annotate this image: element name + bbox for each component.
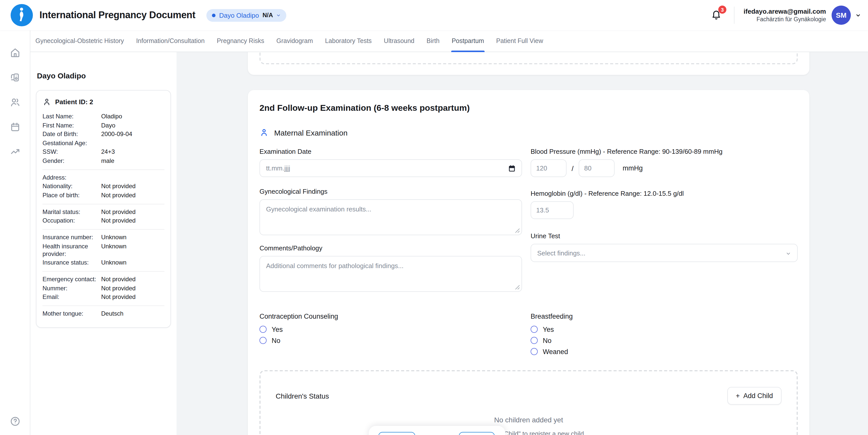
comments-textarea[interactable]: Additional comments for pathological fin… [259,256,522,292]
radio-label: Yes [543,325,554,333]
subsection-title: Maternal Examination [274,128,347,137]
info-label: Occupation: [42,217,101,225]
patient-info-row: Date of Birth:2000-09-04 [42,130,164,138]
patient-info-row: Email:Not provided [42,293,164,301]
chevron-down-icon [276,13,280,18]
tab-birth[interactable]: Birth [427,30,440,52]
patient-status-dot [212,13,215,17]
tab-gravidogram[interactable]: Gravidogram [276,30,313,52]
user-menu-chevron-down-icon[interactable] [855,12,861,18]
tab-information-consultation[interactable]: Information/Consultation [136,30,205,52]
info-label: Emergency contact: [42,276,101,283]
info-value: Dayo [101,122,164,129]
examination-date-input[interactable]: tt.mm.jjjj [259,159,522,177]
patient-info-row: Occupation:Not provided [42,217,164,225]
avatar[interactable]: SM [832,6,851,25]
notifications-button[interactable]: 3 [711,9,723,21]
user-info: ifedayo.arewa@gmail.com Fachärztin für G… [744,8,826,23]
info-label: Address: [42,174,101,181]
chevron-down-icon [785,251,791,256]
patient-info-row: Nationality:Not provided [42,183,164,190]
radio-label: Yes [272,325,283,333]
app-logo-icon [11,4,33,26]
resize-handle-icon[interactable] [515,285,520,290]
info-label: Insurance number: [42,234,101,241]
calendar-icon[interactable] [508,164,516,173]
contraception-options: YesNo [259,324,522,346]
patient-selector[interactable]: Dayo Oladipo N/A [206,9,286,22]
patient-info-row: Nummer:Not provided [42,284,164,292]
patient-info-row: Address: [42,174,164,181]
children-status-section: Children's Status + Add Child No childre… [259,370,798,435]
patient-info-row: Emergency contact:Not provided [42,276,164,283]
radio-icon[interactable] [531,337,538,344]
info-label: Marital status: [42,208,101,216]
patient-selector-status: N/A [262,12,273,19]
info-value: Unknown [101,234,164,241]
info-value: Not provided [101,183,164,190]
devices-icon[interactable] [9,72,21,83]
add-child-button[interactable]: + Add Child [727,387,781,405]
followup-exam-card: 2nd Follow-up Examination (6-8 weeks pos… [248,90,809,435]
calendar-icon[interactable] [9,121,21,132]
tab-pregnancy-risks[interactable]: Pregnancy Risks [217,30,264,52]
resize-handle-icon[interactable] [515,228,520,233]
statistics-icon[interactable] [9,146,21,157]
contraception-option-no[interactable]: No [259,335,522,346]
radio-icon[interactable] [259,337,267,344]
diastolic-input[interactable]: 80 [579,159,615,177]
header: International Pregnancy Document Dayo Ol… [0,0,868,30]
info-value: Not provided [101,208,164,216]
header-divider [734,7,735,24]
gynecological-findings-textarea[interactable]: Gynecological examination results... [259,199,522,235]
breastfeeding-option-yes[interactable]: Yes [531,324,798,335]
popup-button-2[interactable] [459,432,495,435]
patient-info-row: Last Name:Oladipo [42,113,164,120]
person-icon [259,128,269,137]
help-icon[interactable] [10,416,21,427]
divider [42,229,164,230]
patient-id-title: Patient ID: 2 [55,98,93,106]
info-label: Nationality: [42,183,101,190]
popup-button-1[interactable] [378,432,415,435]
info-value [101,174,164,181]
tab-patient-full-view[interactable]: Patient Full View [496,30,543,52]
contraception-option-yes[interactable]: Yes [259,324,522,335]
home-icon[interactable] [9,47,21,58]
children-status-title: Children's Status [276,392,329,400]
children-empty-hint: Click "Add Child" to register a new chil… [260,430,797,435]
radio-label: No [272,337,280,344]
patient-info-row: SSW:24+3 [42,148,164,156]
tab-postpartum[interactable]: Postpartum [452,30,484,52]
patient-info-row: Mother tongue:Deutsch [42,310,164,318]
tab-ultrasound[interactable]: Ultrasound [384,30,414,52]
patients-icon[interactable] [9,97,21,108]
radio-icon[interactable] [259,326,267,333]
section-title: 2nd Follow-up Examination (6-8 weeks pos… [259,90,798,113]
patient-selector-name: Dayo Oladipo [219,11,259,19]
divider [42,271,164,272]
info-value: Unknown [101,259,164,267]
comments-label: Comments/Pathology [259,244,522,252]
radio-icon[interactable] [531,348,538,355]
systolic-input[interactable]: 120 [531,159,566,177]
info-label: Health insurance provider: [42,243,101,258]
info-label: Insurance status: [42,259,101,267]
divider [42,306,164,306]
contraception-label: Contraception Counseling [259,313,522,320]
breastfeeding-option-no[interactable]: No [531,335,798,346]
hemoglobin-input[interactable]: 13.5 [531,201,574,219]
urine-test-select[interactable]: Select findings... [531,244,798,262]
info-value: Not provided [101,276,164,283]
tab-gynecological-obstetric-history[interactable]: Gynecological-Obstetric History [35,30,124,52]
breastfeeding-options: YesNoWeaned [531,324,798,357]
plus-icon: + [736,392,740,400]
breastfeeding-option-weaned[interactable]: Weaned [531,346,798,357]
radio-icon[interactable] [531,326,538,333]
info-value: 24+3 [101,148,164,156]
patient-info-row: First Name:Dayo [42,122,164,129]
patient-info-row: Insurance number:Unknown [42,234,164,241]
gynecological-findings-label: Gynecological Findings [259,188,522,195]
radio-label: No [543,337,552,344]
tab-laboratory-tests[interactable]: Laboratory Tests [325,30,372,52]
